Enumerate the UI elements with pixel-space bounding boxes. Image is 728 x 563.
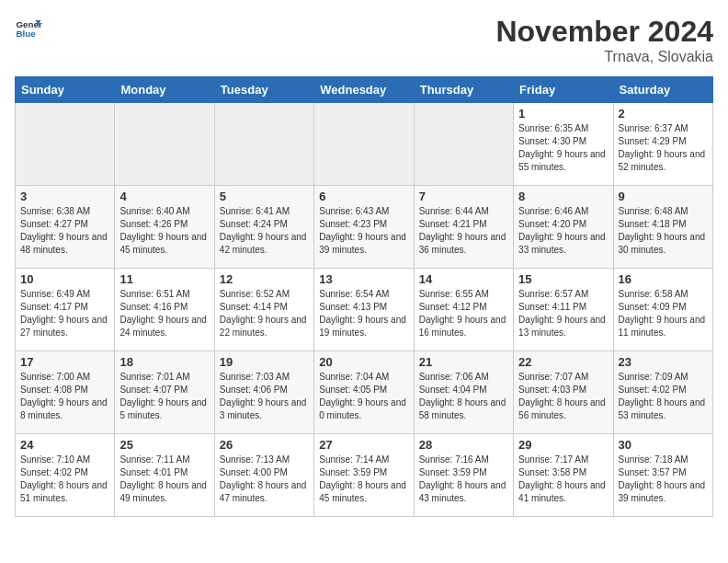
week-row-1: 1 Sunrise: 6:35 AMSunset: 4:30 PMDayligh…: [16, 103, 713, 186]
day-number: 29: [518, 438, 608, 452]
day-info: Sunrise: 6:35 AMSunset: 4:30 PMDaylight:…: [518, 122, 608, 174]
day-info: Sunrise: 6:38 AMSunset: 4:27 PMDaylight:…: [20, 205, 109, 257]
day-number: 11: [119, 272, 209, 286]
day-info: Sunrise: 6:46 AMSunset: 4:20 PMDaylight:…: [518, 205, 608, 257]
logo-icon: General Blue: [15, 15, 42, 42]
title-block: November 2024 Trnava, Slovakia: [495, 15, 713, 65]
calendar-cell: 20 Sunrise: 7:04 AMSunset: 4:05 PMDaylig…: [314, 351, 414, 434]
calendar-cell: 13 Sunrise: 6:54 AMSunset: 4:13 PMDaylig…: [314, 269, 414, 351]
day-number: 8: [518, 190, 608, 203]
calendar-cell: 3 Sunrise: 6:38 AMSunset: 4:27 PMDayligh…: [16, 186, 115, 269]
day-info: Sunrise: 7:13 AMSunset: 4:00 PMDaylight:…: [220, 454, 309, 505]
calendar-cell: [314, 103, 414, 186]
day-number: 27: [319, 438, 408, 452]
day-number: 17: [20, 355, 109, 369]
calendar-cell: [214, 103, 313, 186]
day-info: Sunrise: 7:14 AMSunset: 3:59 PMDaylight:…: [319, 454, 408, 505]
day-info: Sunrise: 6:49 AMSunset: 4:17 PMDaylight:…: [20, 288, 109, 339]
calendar-cell: 15 Sunrise: 6:57 AMSunset: 4:11 PMDaylig…: [514, 269, 613, 351]
week-row-5: 24 Sunrise: 7:10 AMSunset: 4:02 PMDaylig…: [16, 434, 713, 517]
calendar-cell: 11 Sunrise: 6:51 AMSunset: 4:16 PMDaylig…: [115, 269, 214, 351]
day-info: Sunrise: 6:48 AMSunset: 4:18 PMDaylight:…: [619, 205, 708, 257]
calendar-cell: 14 Sunrise: 6:55 AMSunset: 4:12 PMDaylig…: [414, 269, 513, 351]
day-number: 28: [419, 438, 508, 452]
day-number: 25: [119, 438, 209, 452]
day-info: Sunrise: 7:04 AMSunset: 4:05 PMDaylight:…: [319, 371, 408, 422]
calendar-cell: 27 Sunrise: 7:14 AMSunset: 3:59 PMDaylig…: [314, 434, 414, 517]
day-number: 5: [220, 190, 309, 203]
calendar-cell: 9 Sunrise: 6:48 AMSunset: 4:18 PMDayligh…: [613, 186, 712, 269]
day-number: 1: [518, 107, 608, 121]
svg-text:Blue: Blue: [17, 29, 37, 39]
day-number: 26: [220, 438, 309, 452]
day-number: 19: [220, 355, 309, 369]
day-number: 4: [119, 190, 209, 203]
day-info: Sunrise: 7:11 AMSunset: 4:01 PMDaylight:…: [119, 454, 209, 505]
weekday-header-sunday: Sunday: [16, 77, 115, 103]
calendar-cell: 19 Sunrise: 7:03 AMSunset: 4:06 PMDaylig…: [214, 351, 313, 434]
weekday-header-tuesday: Tuesday: [214, 77, 313, 103]
day-info: Sunrise: 7:07 AMSunset: 4:03 PMDaylight:…: [518, 371, 608, 422]
day-number: 3: [20, 190, 109, 203]
week-row-2: 3 Sunrise: 6:38 AMSunset: 4:27 PMDayligh…: [16, 186, 713, 269]
day-number: 24: [20, 438, 109, 452]
calendar-cell: 28 Sunrise: 7:16 AMSunset: 3:59 PMDaylig…: [414, 434, 513, 517]
location: Trnava, Slovakia: [495, 49, 713, 65]
day-info: Sunrise: 7:01 AMSunset: 4:07 PMDaylight:…: [119, 371, 209, 422]
calendar-cell: 4 Sunrise: 6:40 AMSunset: 4:26 PMDayligh…: [115, 186, 214, 269]
day-number: 30: [619, 438, 708, 452]
calendar-cell: [115, 103, 214, 186]
day-info: Sunrise: 7:18 AMSunset: 3:57 PMDaylight:…: [619, 454, 708, 505]
calendar-cell: 2 Sunrise: 6:37 AMSunset: 4:29 PMDayligh…: [613, 103, 712, 186]
day-info: Sunrise: 6:41 AMSunset: 4:24 PMDaylight:…: [220, 205, 309, 257]
day-number: 18: [119, 355, 209, 369]
day-number: 16: [619, 272, 708, 286]
day-number: 20: [319, 355, 408, 369]
calendar-cell: 17 Sunrise: 7:00 AMSunset: 4:08 PMDaylig…: [16, 351, 115, 434]
day-number: 10: [20, 272, 109, 286]
calendar-cell: [16, 103, 115, 186]
day-info: Sunrise: 7:00 AMSunset: 4:08 PMDaylight:…: [20, 371, 109, 422]
day-info: Sunrise: 6:37 AMSunset: 4:29 PMDaylight:…: [619, 122, 708, 174]
calendar-cell: 24 Sunrise: 7:10 AMSunset: 4:02 PMDaylig…: [16, 434, 115, 517]
day-number: 2: [619, 107, 708, 121]
day-number: 9: [619, 190, 708, 203]
day-number: 14: [419, 272, 508, 286]
day-info: Sunrise: 6:40 AMSunset: 4:26 PMDaylight:…: [119, 205, 209, 257]
day-number: 23: [619, 355, 708, 369]
calendar-cell: 12 Sunrise: 6:52 AMSunset: 4:14 PMDaylig…: [214, 269, 313, 351]
weekday-header-friday: Friday: [514, 77, 613, 103]
calendar-cell: 25 Sunrise: 7:11 AMSunset: 4:01 PMDaylig…: [115, 434, 214, 517]
calendar-cell: 1 Sunrise: 6:35 AMSunset: 4:30 PMDayligh…: [514, 103, 613, 186]
calendar-cell: 6 Sunrise: 6:43 AMSunset: 4:23 PMDayligh…: [314, 186, 414, 269]
day-info: Sunrise: 6:57 AMSunset: 4:11 PMDaylight:…: [518, 288, 608, 339]
calendar-cell: [414, 103, 513, 186]
calendar-table: SundayMondayTuesdayWednesdayThursdayFrid…: [15, 76, 713, 517]
calendar-cell: 30 Sunrise: 7:18 AMSunset: 3:57 PMDaylig…: [613, 434, 712, 517]
calendar-cell: 26 Sunrise: 7:13 AMSunset: 4:00 PMDaylig…: [214, 434, 313, 517]
calendar-cell: 5 Sunrise: 6:41 AMSunset: 4:24 PMDayligh…: [214, 186, 313, 269]
day-info: Sunrise: 7:17 AMSunset: 3:58 PMDaylight:…: [518, 454, 608, 505]
day-number: 15: [518, 272, 608, 286]
day-info: Sunrise: 6:58 AMSunset: 4:09 PMDaylight:…: [619, 288, 708, 339]
calendar-cell: 7 Sunrise: 6:44 AMSunset: 4:21 PMDayligh…: [414, 186, 513, 269]
logo: General Blue: [15, 15, 42, 42]
day-info: Sunrise: 6:51 AMSunset: 4:16 PMDaylight:…: [119, 288, 209, 339]
day-number: 13: [319, 272, 408, 286]
week-row-3: 10 Sunrise: 6:49 AMSunset: 4:17 PMDaylig…: [16, 269, 713, 351]
calendar-cell: 16 Sunrise: 6:58 AMSunset: 4:09 PMDaylig…: [613, 269, 712, 351]
day-info: Sunrise: 6:54 AMSunset: 4:13 PMDaylight:…: [319, 288, 408, 339]
day-info: Sunrise: 7:10 AMSunset: 4:02 PMDaylight:…: [20, 454, 109, 505]
week-row-4: 17 Sunrise: 7:00 AMSunset: 4:08 PMDaylig…: [16, 351, 713, 434]
day-info: Sunrise: 7:06 AMSunset: 4:04 PMDaylight:…: [419, 371, 508, 422]
weekday-header-wednesday: Wednesday: [314, 77, 414, 103]
day-info: Sunrise: 7:03 AMSunset: 4:06 PMDaylight:…: [220, 371, 309, 422]
day-number: 21: [419, 355, 508, 369]
page-header: General Blue November 2024 Trnava, Slova…: [15, 15, 713, 65]
day-info: Sunrise: 7:09 AMSunset: 4:02 PMDaylight:…: [619, 371, 708, 422]
weekday-header-monday: Monday: [115, 77, 214, 103]
calendar-cell: 21 Sunrise: 7:06 AMSunset: 4:04 PMDaylig…: [414, 351, 513, 434]
day-info: Sunrise: 6:55 AMSunset: 4:12 PMDaylight:…: [419, 288, 508, 339]
day-number: 12: [220, 272, 309, 286]
day-info: Sunrise: 6:52 AMSunset: 4:14 PMDaylight:…: [220, 288, 309, 339]
